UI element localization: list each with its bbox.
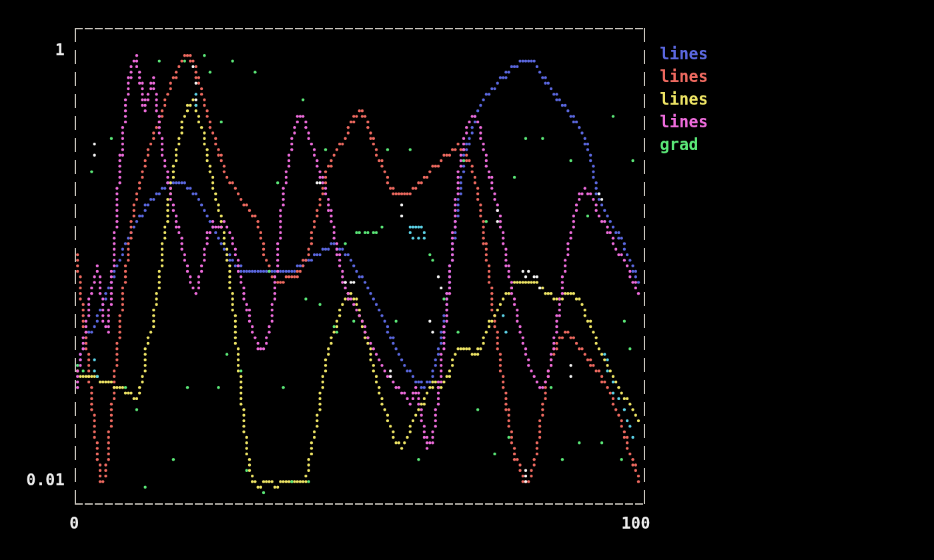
legend-item-lines-2: lines xyxy=(660,88,708,111)
terminal-plot-page: 1 0.01 0 100 lineslineslineslinesgrad xyxy=(0,0,934,560)
y-axis-tick-0.01: 0.01 xyxy=(0,471,65,489)
x-axis-tick-100: 100 xyxy=(615,515,656,532)
legend-item-lines-1: lines xyxy=(660,65,708,88)
plot-frame-bottom xyxy=(75,503,645,505)
chart-canvas xyxy=(0,0,934,560)
legend-item-grad-4: grad xyxy=(660,133,708,156)
x-axis-tick-0: 0 xyxy=(69,515,79,532)
plot-frame-top xyxy=(75,28,645,29)
legend: lineslineslineslinesgrad xyxy=(660,43,708,156)
y-axis-tick-1: 1 xyxy=(0,41,65,59)
legend-item-lines-0: lines xyxy=(660,43,708,65)
legend-item-lines-3: lines xyxy=(660,111,708,133)
plot-frame-right xyxy=(644,28,645,505)
plot-frame-left xyxy=(75,28,76,505)
